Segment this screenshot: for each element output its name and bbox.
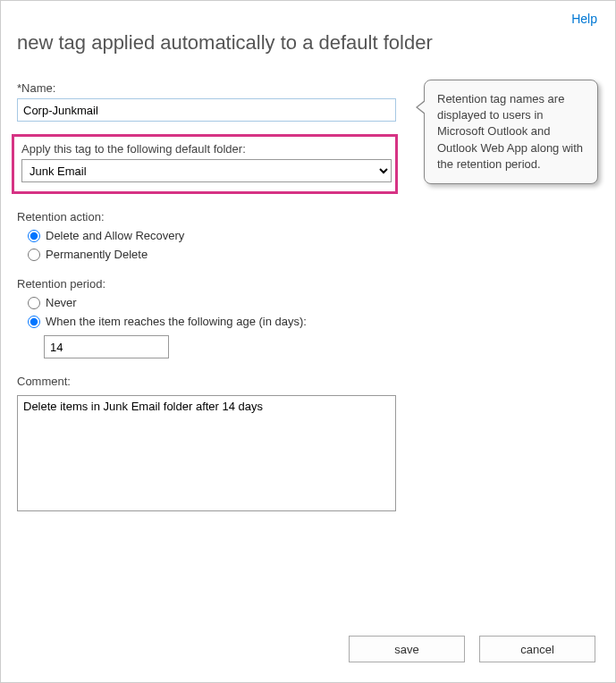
retention-period-never-row: Never (28, 296, 603, 309)
retention-period-when-age-label[interactable]: When the item reaches the following age … (46, 315, 307, 328)
retention-period-label: Retention period: (17, 277, 603, 291)
footer-buttons: save cancel (349, 636, 595, 662)
default-folder-select[interactable]: Junk Email (21, 159, 392, 182)
retention-period-days-input[interactable] (44, 335, 169, 358)
retention-period-never-label[interactable]: Never (46, 296, 77, 309)
help-link[interactable]: Help (571, 12, 597, 26)
retention-period-when-age-row: When the item reaches the following age … (28, 315, 603, 328)
retention-period-never-radio[interactable] (28, 297, 40, 309)
comment-section: Comment: (17, 375, 603, 514)
retention-action-delete-allow-label[interactable]: Delete and Allow Recovery (46, 229, 184, 242)
form-area: Retention tag names are displayed to use… (17, 81, 603, 514)
retention-action-permanently-radio[interactable] (28, 249, 40, 261)
retention-period-section: Retention period: Never When the item re… (17, 277, 603, 358)
comment-label: Comment: (17, 375, 603, 388)
default-folder-label: Apply this tag to the following default … (21, 142, 388, 156)
tooltip-retention-name: Retention tag names are displayed to use… (424, 80, 598, 184)
retention-action-label: Retention action: (17, 210, 603, 223)
default-folder-highlight: Apply this tag to the following default … (12, 134, 398, 194)
cancel-button[interactable]: cancel (479, 636, 595, 662)
comment-textarea[interactable] (17, 395, 396, 511)
page-title: new tag applied automatically to a defau… (17, 31, 603, 55)
save-button[interactable]: save (349, 636, 465, 662)
name-input[interactable] (17, 98, 396, 122)
retention-action-delete-allow-row: Delete and Allow Recovery (28, 229, 603, 242)
retention-period-when-age-radio[interactable] (28, 316, 40, 328)
retention-action-permanently-row: Permanently Delete (28, 248, 603, 261)
retention-action-delete-allow-radio[interactable] (28, 230, 40, 242)
retention-action-section: Retention action: Delete and Allow Recov… (17, 210, 603, 261)
retention-action-permanently-label[interactable]: Permanently Delete (46, 248, 148, 261)
